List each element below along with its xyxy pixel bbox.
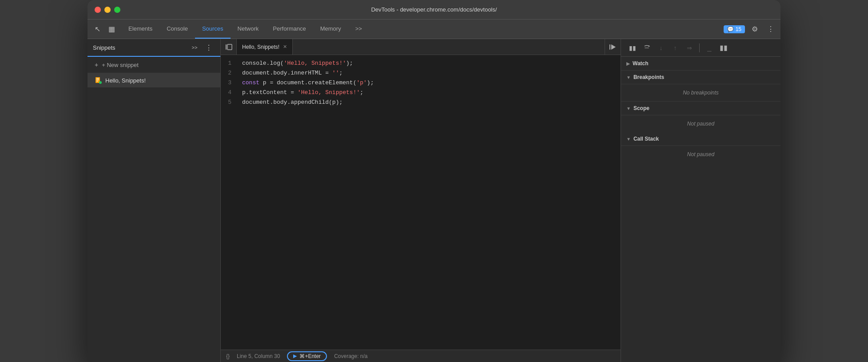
maximize-button[interactable]	[114, 7, 120, 13]
deactivate-breakpoints-icon[interactable]: ⎯	[703, 42, 716, 54]
editor-tab-hello-snippets[interactable]: Hello, Snippets! ✕	[237, 39, 293, 55]
svg-rect-2	[96, 79, 99, 80]
svg-marker-7	[611, 44, 616, 50]
run-button[interactable]	[605, 39, 621, 55]
toolbar-separator	[699, 43, 700, 52]
svg-rect-5	[226, 44, 227, 50]
svg-rect-6	[227, 44, 232, 50]
close-button[interactable]	[95, 7, 101, 13]
watch-triangle-icon: ▶	[626, 61, 630, 66]
tab-sources[interactable]: Sources	[195, 20, 231, 39]
call-stack-triangle-icon: ▼	[626, 137, 631, 142]
plus-icon: +	[95, 61, 98, 68]
snippet-item-hello[interactable]: Hello, Snippets!	[88, 73, 220, 87]
coverage-label: Coverage: n/a	[334, 353, 367, 359]
editor-tab-bar: Hello, Snippets! ✕	[221, 39, 621, 55]
editor-tab-close-icon[interactable]: ✕	[283, 44, 287, 50]
scope-triangle-icon: ▼	[626, 106, 631, 111]
code-content: console.log('Hello, Snippets!');document…	[239, 59, 377, 346]
main-content: Snippets >> ⋮ + + New snippet	[88, 39, 780, 362]
format-icon[interactable]: {}	[226, 353, 230, 359]
scope-not-paused: Not paused	[621, 115, 780, 132]
tab-memory[interactable]: Memory	[313, 20, 348, 39]
watch-section-label: Watch	[633, 60, 649, 67]
svg-rect-1	[96, 78, 99, 79]
cursor-icon[interactable]: ↖	[91, 23, 104, 35]
call-stack-section-header[interactable]: ▼ Call Stack	[621, 132, 780, 146]
minimize-button[interactable]	[104, 7, 111, 13]
sidebar-menu-icon[interactable]: ⋮	[203, 41, 215, 54]
breakpoints-section-content: No breakpoints	[621, 84, 780, 102]
window-title: DevTools - developer.chrome.com/docs/dev…	[371, 6, 497, 13]
pause-button[interactable]: ▮▮	[626, 42, 639, 54]
step-out-button[interactable]: ↑	[669, 42, 681, 54]
sidebar-header-icons: >> ⋮	[188, 41, 215, 54]
step-button[interactable]: ⇒	[683, 42, 696, 54]
new-snippet-button[interactable]: + + New snippet	[88, 57, 220, 73]
tab-console[interactable]: Console	[159, 20, 195, 39]
scope-section-label: Scope	[633, 105, 649, 111]
more-tabs-button[interactable]: >>	[348, 20, 369, 39]
device-icon[interactable]: ▦	[105, 23, 118, 35]
line-numbers: 1 2 3 4 5	[221, 59, 239, 346]
svg-point-4	[99, 81, 102, 84]
more-options-icon[interactable]: ⋮	[764, 23, 777, 35]
tab-network[interactable]: Network	[231, 20, 266, 39]
main-tab-bar: Elements Console Sources Network Perform…	[121, 20, 369, 39]
breakpoints-section-header[interactable]: ▼ Breakpoints	[621, 71, 780, 84]
snippet-file-icon	[95, 77, 102, 84]
tab-performance[interactable]: Performance	[266, 20, 313, 39]
toolbar-right: 💬 15 ⚙ ⋮	[724, 23, 777, 35]
settings-icon[interactable]: ⚙	[749, 23, 761, 35]
sidebar-title: Snippets	[93, 44, 115, 51]
code-editor[interactable]: 1 2 3 4 5 console.log('Hello, Snippets!'…	[221, 55, 621, 350]
titlebar: DevTools - developer.chrome.com/docs/dev…	[88, 0, 780, 20]
main-toolbar: ↖ ▦ Elements Console Sources Network Per…	[88, 20, 780, 39]
sidebar-toggle-icon[interactable]	[221, 39, 237, 55]
pause-on-exceptions-icon[interactable]: ▮▮	[717, 42, 730, 54]
play-icon: ▶	[293, 353, 297, 359]
step-over-button[interactable]	[641, 42, 653, 54]
snippet-name: Hello, Snippets!	[105, 77, 146, 84]
breakpoints-section-label: Breakpoints	[633, 74, 664, 80]
tab-elements[interactable]: Elements	[121, 20, 159, 39]
svg-rect-10	[645, 47, 649, 48]
right-panel: ▮▮ ↓ ↑ ⇒ ⎯ ▮▮ ▶ Watch	[621, 39, 780, 362]
traffic-lights	[95, 7, 120, 13]
svg-rect-8	[609, 44, 610, 50]
devtools-window: DevTools - developer.chrome.com/docs/dev…	[88, 0, 780, 362]
debugger-toolbar: ▮▮ ↓ ↑ ⇒ ⎯ ▮▮	[621, 39, 780, 57]
call-stack-section-label: Call Stack	[633, 136, 659, 142]
toolbar-cursor-icons: ↖ ▦	[91, 23, 118, 35]
chat-icon: 💬	[727, 26, 734, 32]
call-stack-not-paused: Not paused	[621, 146, 780, 163]
cursor-position: Line 5, Column 30	[237, 353, 280, 359]
run-shortcut-button[interactable]: ▶ ⌘+Enter	[287, 351, 327, 361]
sidebar-header: Snippets >> ⋮	[88, 39, 220, 57]
breakpoints-triangle-icon: ▼	[626, 75, 631, 80]
notification-badge[interactable]: 💬 15	[724, 25, 745, 33]
watch-section-header[interactable]: ▶ Watch	[621, 57, 780, 71]
svg-rect-3	[96, 81, 98, 82]
scope-section-header[interactable]: ▼ Scope	[621, 102, 780, 115]
step-into-button[interactable]: ↓	[655, 42, 667, 54]
editor-statusbar: {} Line 5, Column 30 ▶ ⌘+Enter Coverage:…	[221, 350, 621, 362]
sidebar-more-icon[interactable]: >>	[188, 41, 201, 54]
editor-panel: Hello, Snippets! ✕ 1 2 3 4 5	[221, 39, 621, 362]
snippets-sidebar: Snippets >> ⋮ + + New snippet	[88, 39, 221, 362]
